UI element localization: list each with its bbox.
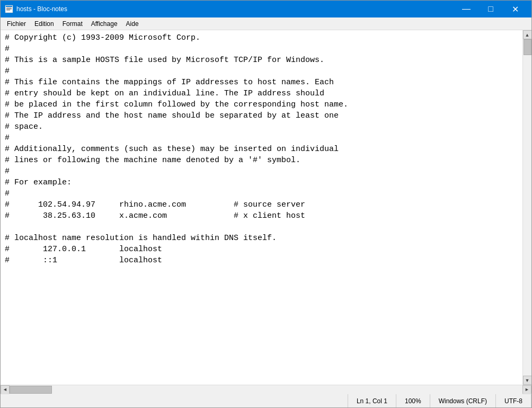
status-empty (1, 394, 348, 407)
app-icon (5, 5, 13, 13)
maximize-button[interactable]: □ (478, 1, 503, 17)
menu-fichier[interactable]: Fichier (3, 19, 30, 29)
status-bar: Ln 1, Col 1 100% Windows (CRLF) UTF-8 (1, 394, 531, 407)
window-title: hosts - Bloc-notes (16, 5, 454, 13)
editor-area: # Copyright (c) 1993-2009 Microsoft Corp… (1, 30, 531, 385)
title-bar: hosts - Bloc-notes — □ ✕ (1, 1, 531, 17)
text-editor[interactable]: # Copyright (c) 1993-2009 Microsoft Corp… (1, 30, 522, 385)
menu-aide[interactable]: Aide (122, 19, 143, 29)
scroll-down-button[interactable]: ▼ (523, 376, 532, 385)
menu-affichage[interactable]: Affichage (87, 19, 122, 29)
scroll-track-x[interactable] (10, 385, 522, 394)
scroll-left-button[interactable]: ◄ (1, 385, 10, 394)
status-line-ending: Windows (CRLF) (430, 394, 496, 407)
status-encoding: UTF-8 (496, 394, 531, 407)
scroll-thumb-y[interactable] (524, 39, 531, 55)
main-window: hosts - Bloc-notes — □ ✕ Fichier Edition… (0, 0, 532, 408)
scroll-thumb-x[interactable] (10, 386, 52, 394)
menu-format[interactable]: Format (58, 19, 87, 29)
vertical-scrollbar: ▲ ▼ (522, 30, 531, 385)
menu-edition[interactable]: Edition (30, 19, 58, 29)
minimize-button[interactable]: — (454, 1, 478, 17)
close-button[interactable]: ✕ (503, 1, 527, 17)
scroll-track-y[interactable] (523, 39, 532, 376)
status-zoom: 100% (396, 394, 430, 407)
title-bar-controls: — □ ✕ (454, 1, 527, 17)
menu-bar: Fichier Edition Format Affichage Aide (1, 17, 531, 30)
horizontal-scrollbar: ◄ ► (1, 385, 531, 394)
svg-rect-1 (6, 6, 12, 7)
scroll-right-button[interactable]: ► (522, 385, 531, 394)
scroll-up-button[interactable]: ▲ (523, 30, 532, 39)
status-position: Ln 1, Col 1 (348, 394, 396, 407)
